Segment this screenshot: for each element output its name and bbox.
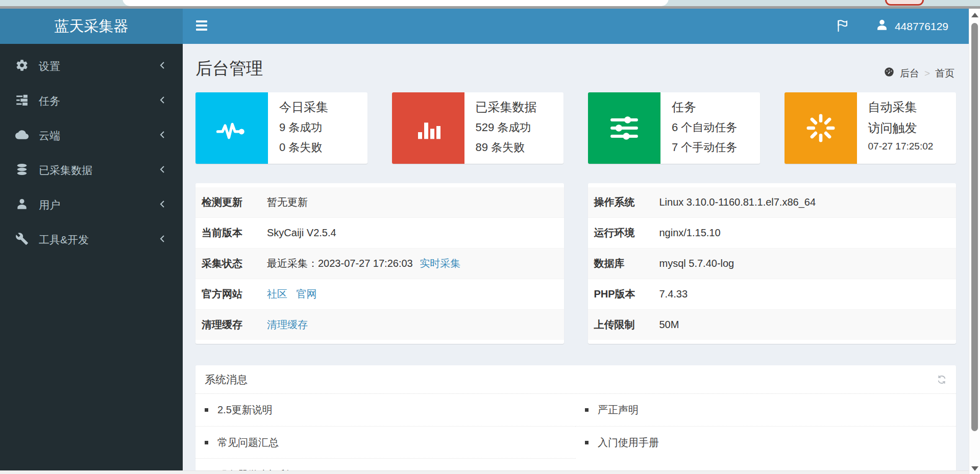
- message-label: 常见问题汇总: [217, 436, 279, 450]
- user-menu[interactable]: 448776129: [875, 18, 948, 34]
- message-label: 入门使用手册: [598, 436, 659, 450]
- table-row: PHP版本 7.4.33: [588, 279, 957, 310]
- row-value: Linux 3.10.0-1160.81.1.el7.x86_64: [653, 187, 957, 218]
- table-row: 采集状态 最近采集：2023-07-27 17:26:03 实时采集: [195, 248, 564, 279]
- row-label: 官方网站: [195, 279, 261, 310]
- info-box-line: 0 条失败: [279, 140, 328, 155]
- sidebar-item-label: 已采集数据: [39, 163, 92, 178]
- logo[interactable]: 蓝天采集器: [0, 9, 183, 44]
- username: 448776129: [895, 20, 948, 33]
- sidebar-item-label: 用户: [39, 198, 60, 212]
- official-site-link[interactable]: 官网: [297, 288, 317, 300]
- info-box-line: 07-27 17:25:02: [868, 141, 934, 152]
- info-box-tasks: 任务 6 个自动任务 7 个手动任务: [588, 92, 760, 164]
- bullet-icon: [205, 408, 208, 412]
- chevron-left-icon: [158, 234, 166, 246]
- info-box-line: 529 条成功: [476, 120, 537, 135]
- chevron-left-icon: [158, 164, 166, 177]
- wrench-icon: [15, 232, 29, 248]
- table-row: 数据库 mysql 5.7.40-log: [588, 248, 957, 279]
- browser-omnibox: [122, 0, 669, 6]
- info-box-title: 任务: [672, 99, 737, 115]
- sidebar-item-tasks[interactable]: 任务: [0, 84, 183, 118]
- table-row: 清理缓存 清理缓存: [195, 310, 564, 340]
- info-box-title: 已采集数据: [476, 99, 537, 115]
- clear-cache-link[interactable]: 清理缓存: [267, 319, 308, 330]
- main-content: 后台管理 后台 > 首页: [183, 44, 969, 470]
- tasks-icon: [15, 93, 29, 109]
- row-value: 最近采集：2023-07-27 17:26:03: [267, 258, 413, 269]
- row-label: 当前版本: [195, 218, 261, 248]
- message-item[interactable]: 严正声明: [576, 394, 956, 426]
- table-row: 运行环境 nginx/1.15.10: [588, 218, 957, 248]
- message-item[interactable]: 服务器学生福利: [195, 458, 576, 470]
- flag-icon[interactable]: [835, 18, 850, 35]
- messages-right-column: 严正声明 入门使用手册: [576, 394, 956, 470]
- messages-title: 系统消息: [205, 372, 248, 387]
- pulse-icon: [195, 92, 268, 164]
- info-box-line: 9 条成功: [279, 120, 328, 135]
- sliders-icon: [588, 92, 660, 164]
- table-row: 当前版本 SkyCaiji V2.5.4: [195, 218, 564, 248]
- scroll-down-arrow-icon[interactable]: [971, 466, 978, 471]
- row-value: mysql 5.7.40-log: [653, 248, 957, 279]
- breadcrumb-current: 首页: [935, 67, 954, 80]
- header: 蓝天采集器 448776129: [0, 9, 980, 44]
- info-box-collected-data: 已采集数据 529 条成功 89 条失败: [392, 92, 564, 164]
- row-label: 采集状态: [195, 248, 261, 279]
- table-row: 检测更新 暂无更新: [195, 187, 564, 218]
- info-box-title: 今日采集: [279, 99, 328, 115]
- message-item[interactable]: 2.5更新说明: [195, 394, 576, 426]
- sidebar-item-label: 设置: [39, 59, 60, 73]
- row-label: 数据库: [588, 248, 653, 279]
- vertical-scrollbar: [969, 9, 980, 474]
- scroll-up-arrow-icon[interactable]: [971, 13, 978, 17]
- bar-chart-icon: [392, 92, 464, 164]
- refresh-icon[interactable]: [937, 375, 947, 387]
- info-box-line: 7 个手动任务: [672, 140, 737, 155]
- messages-left-column: 2.5更新说明 常见问题汇总 服务器学生福利: [195, 394, 576, 470]
- browser-strip: [0, 0, 980, 6]
- breadcrumb: 后台 > 首页: [884, 66, 954, 80]
- person-icon: [15, 197, 29, 213]
- message-item[interactable]: 入门使用手册: [576, 426, 956, 458]
- dashboard-icon: [884, 66, 895, 80]
- bullet-icon: [585, 441, 589, 444]
- sidebar-item-collected-data[interactable]: 已采集数据: [0, 153, 183, 188]
- row-label: 操作系统: [588, 187, 653, 218]
- horizontal-scrollbar[interactable]: [0, 470, 969, 474]
- hamburger-menu-icon[interactable]: [196, 20, 207, 32]
- breadcrumb-root[interactable]: 后台: [900, 67, 919, 80]
- system-messages-panel: 系统消息 2.5更新说明 常见问题汇总: [195, 365, 956, 470]
- chevron-left-icon: [158, 199, 166, 211]
- breadcrumb-separator: >: [924, 68, 930, 79]
- row-label: 运行环境: [588, 218, 653, 248]
- row-value: 7.4.33: [653, 279, 957, 310]
- database-icon: [15, 163, 29, 179]
- chevron-left-icon: [158, 95, 166, 107]
- community-link[interactable]: 社区: [267, 288, 287, 300]
- table-row: 官方网站 社区 官网: [195, 279, 564, 310]
- message-item[interactable]: 常见问题汇总: [195, 426, 576, 458]
- sidebar-item-cloud[interactable]: 云端: [0, 118, 183, 153]
- sidebar-item-label: 工具&开发: [39, 233, 89, 247]
- row-label: 清理缓存: [195, 310, 261, 340]
- sidebar-item-settings[interactable]: 设置: [0, 49, 183, 84]
- bullet-icon: [585, 408, 589, 412]
- realtime-collect-link[interactable]: 实时采集: [420, 258, 460, 269]
- row-value: nginx/1.15.10: [653, 218, 957, 248]
- sidebar-item-users[interactable]: 用户: [0, 188, 183, 222]
- user-icon: [875, 18, 889, 34]
- table-row: 操作系统 Linux 3.10.0-1160.81.1.el7.x86_64: [588, 187, 957, 218]
- info-box-today-collect: 今日采集 9 条成功 0 条失败: [195, 92, 368, 164]
- vertical-scrollbar-thumb[interactable]: [971, 23, 978, 431]
- sidebar-item-tools-dev[interactable]: 工具&开发: [0, 222, 183, 257]
- update-panel: 检测更新 暂无更新 当前版本 SkyCaiji V2.5.4 采集状态 最近采集…: [195, 183, 564, 344]
- cloud-icon: [15, 128, 29, 144]
- page-title: 后台管理: [195, 57, 956, 80]
- info-box-line: 89 条失败: [476, 140, 537, 155]
- sidebar: 设置 任务 云端: [0, 44, 183, 470]
- info-box-title: 自动采集: [868, 99, 934, 115]
- red-highlight: [885, 0, 924, 6]
- sidebar-item-label: 云端: [39, 129, 60, 143]
